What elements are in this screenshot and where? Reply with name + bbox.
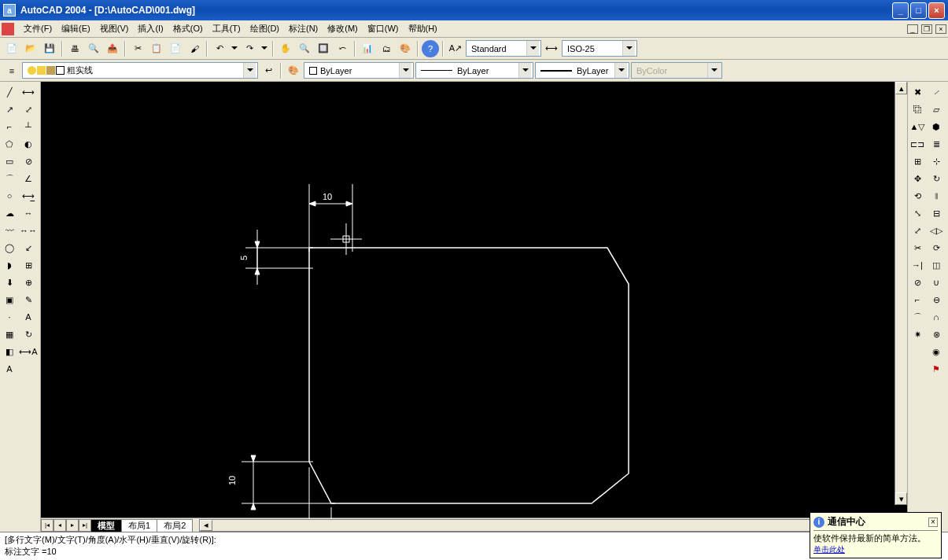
offset-icon[interactable]: ⊏⊐ <box>908 135 927 153</box>
scroll-up-icon[interactable]: ▴ <box>895 82 907 94</box>
dimedit-icon[interactable]: ✎ <box>19 291 38 308</box>
dim-diameter-icon[interactable]: ⊘ <box>19 153 38 170</box>
popup-close-icon[interactable]: × <box>928 518 938 527</box>
move-icon[interactable]: ✥ <box>908 170 927 187</box>
new-icon[interactable]: 📄 <box>3 40 20 57</box>
menu-format[interactable]: 格式(O) <box>168 21 208 36</box>
dim-linear-icon[interactable]: ⟷ <box>19 83 38 101</box>
menu-view[interactable]: 视图(V) <box>95 21 134 36</box>
properties-icon[interactable]: 📊 <box>359 40 376 57</box>
chevron-down-icon[interactable] <box>399 63 411 78</box>
id-icon[interactable]: ⊹ <box>927 153 946 170</box>
tool-palette-icon[interactable]: 🎨 <box>397 40 414 57</box>
interfere-icon[interactable]: ⊗ <box>927 326 946 343</box>
paste-icon[interactable]: 📄 <box>167 40 184 57</box>
minimize-button[interactable]: _ <box>892 2 909 19</box>
trim-icon[interactable]: ✂ <box>908 239 927 256</box>
scroll-down-icon[interactable]: ▾ <box>895 492 907 505</box>
ellipse-arc-icon[interactable]: ◗ <box>0 256 19 274</box>
dim-continue-icon[interactable]: ↔↔ <box>19 222 38 239</box>
polygon-icon[interactable]: ⬠ <box>0 135 19 153</box>
point-icon[interactable]: · <box>0 308 19 326</box>
print-icon[interactable]: 🖶 <box>66 40 83 57</box>
publish-icon[interactable]: 📤 <box>104 40 121 57</box>
pline-icon[interactable]: ⌐ <box>0 118 19 135</box>
subtract-icon[interactable]: ⊖ <box>927 291 946 308</box>
chevron-down-icon[interactable] <box>614 63 627 78</box>
insert-icon[interactable]: ⬇ <box>0 274 19 291</box>
menu-draw[interactable]: 绘图(D) <box>245 21 284 36</box>
maximize-button[interactable]: □ <box>910 2 927 19</box>
layer-combo[interactable]: 粗实线 <box>22 62 258 79</box>
region-icon[interactable]: ◧ <box>0 343 19 360</box>
mtext-icon[interactable]: A <box>0 360 19 378</box>
arc-icon[interactable]: ⌒ <box>0 170 19 187</box>
menu-tools[interactable]: 工具(T) <box>208 21 245 36</box>
dim-radius-icon[interactable]: ◐ <box>19 135 38 153</box>
dimtedit-icon[interactable]: A <box>19 308 38 326</box>
menu-help[interactable]: 帮助(H) <box>404 21 442 36</box>
dimstyle-tb-icon[interactable]: ⟷A <box>19 343 38 360</box>
spline-icon[interactable]: 〰 <box>0 222 19 239</box>
erase-icon[interactable]: ✖ <box>908 83 927 101</box>
color-btn-icon[interactable]: 🎨 <box>285 62 302 79</box>
zoom-rt-icon[interactable]: 🔍 <box>296 40 313 57</box>
menu-modify[interactable]: 修改(M) <box>323 21 363 36</box>
ellipse-icon[interactable]: ◯ <box>0 239 19 256</box>
block-icon[interactable]: ▣ <box>0 291 19 308</box>
textstyle-icon[interactable]: A↗ <box>447 40 464 57</box>
revcloud-icon[interactable]: ☁ <box>0 204 19 222</box>
color-combo[interactable]: ByLayer <box>304 62 414 79</box>
dim-quick-icon[interactable]: ⟷̲ <box>19 187 38 204</box>
rotate3d2-icon[interactable]: ⟳ <box>927 239 946 256</box>
command-line[interactable]: [多行文字(M)/文字(T)/角度(A)/水平(H)/垂直(V)/旋转(R)]:… <box>0 532 948 560</box>
dim-baseline-icon[interactable]: ↔ <box>19 204 38 222</box>
intersect-icon[interactable]: ∩ <box>927 308 946 326</box>
list-icon[interactable]: ≣ <box>927 135 946 153</box>
area-icon[interactable]: ▱ <box>927 101 946 118</box>
mirror-icon[interactable]: ▲▽ <box>908 118 927 135</box>
save-icon[interactable]: 💾 <box>41 40 58 57</box>
copy-obj-icon[interactable]: ⿻ <box>908 101 927 118</box>
undo-icon[interactable]: ↶ <box>211 40 228 57</box>
massprop-icon[interactable]: ⬢ <box>927 118 946 135</box>
mdi-close[interactable]: × <box>935 24 946 34</box>
menu-dimension[interactable]: 标注(N) <box>284 21 323 36</box>
mdi-restore[interactable]: ❐ <box>921 24 932 34</box>
undo-dropdown[interactable] <box>230 40 239 57</box>
fillet-icon[interactable]: ⌒ <box>908 308 927 326</box>
break-icon[interactable]: ⊘ <box>908 274 927 291</box>
leader-icon[interactable]: ↙ <box>19 239 38 256</box>
chamfer-icon[interactable]: ⌐ <box>908 291 927 308</box>
xline-icon[interactable]: ↗ <box>0 101 19 118</box>
rotate-icon[interactable]: ⟲ <box>908 187 927 204</box>
tab-prev-icon[interactable]: ◂ <box>53 519 66 532</box>
union-icon[interactable]: ∪ <box>927 274 946 291</box>
pan-icon[interactable]: ✋ <box>277 40 294 57</box>
textstyle-combo[interactable]: Standard <box>466 40 541 57</box>
dim-angular-icon[interactable]: ∠ <box>19 170 38 187</box>
scale-icon[interactable]: ⤡ <box>908 204 927 222</box>
dim-ordinate-icon[interactable]: ┴ <box>19 118 38 135</box>
open-icon[interactable]: 📂 <box>22 40 39 57</box>
rectangle-icon[interactable]: ▭ <box>0 153 19 170</box>
chevron-down-icon[interactable] <box>526 41 539 56</box>
extend-icon[interactable]: →| <box>908 256 927 274</box>
dist-icon[interactable]: ⟋ <box>927 83 946 101</box>
array-icon[interactable]: ⊞ <box>908 153 927 170</box>
drawing-area[interactable]: 10 5 10 <box>41 82 907 518</box>
hatch-icon[interactable]: ▦ <box>0 326 19 343</box>
mirror3d-icon[interactable]: ◁▷ <box>927 222 946 239</box>
chevron-down-icon[interactable] <box>243 63 256 78</box>
dim-aligned-icon[interactable]: ⤢ <box>19 101 38 118</box>
solids-icon[interactable]: ◫ <box>927 256 946 274</box>
preview-icon[interactable]: 🔍 <box>85 40 102 57</box>
3darray-icon[interactable]: ⊟ <box>927 204 946 222</box>
close-button[interactable]: × <box>928 2 945 19</box>
zoom-prev-icon[interactable]: ⤺ <box>334 40 351 57</box>
lineweight-combo[interactable]: ByLayer <box>535 62 629 79</box>
zoom-win-icon[interactable]: 🔲 <box>315 40 332 57</box>
circle-icon[interactable]: ○ <box>0 187 19 204</box>
dimstyle-icon[interactable]: ⟷ <box>543 40 560 57</box>
design-center-icon[interactable]: 🗂 <box>378 40 395 57</box>
